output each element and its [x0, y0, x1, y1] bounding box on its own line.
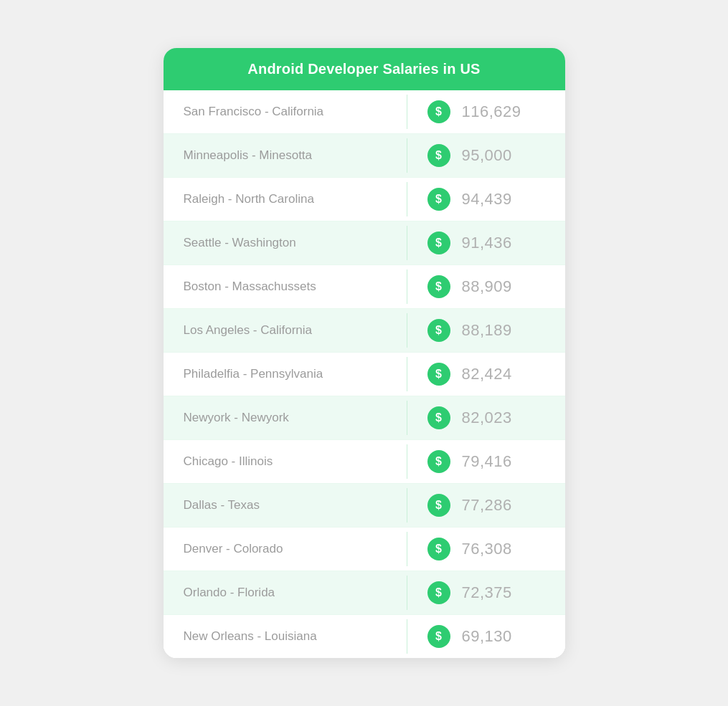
dollar-icon: $	[427, 363, 450, 386]
city-cell: Raleigh - North Carolina	[164, 182, 407, 216]
table-row: Seattle - Washington$91,436	[164, 221, 565, 265]
salary-card: Android Developer Salaries in US San Fra…	[164, 48, 565, 658]
table-row: Minneapolis - Minesotta$95,000	[164, 134, 565, 178]
salary-cell: $94,439	[407, 178, 565, 221]
salary-cell: $88,909	[407, 265, 565, 308]
dollar-icon: $	[427, 406, 450, 429]
table-row: Los Angeles - California$88,189	[164, 309, 565, 353]
card-title: Android Developer Salaries in US	[247, 61, 480, 77]
salary-value: 88,909	[462, 277, 512, 296]
salary-cell: $69,130	[407, 615, 565, 658]
dollar-icon: $	[427, 100, 450, 123]
salary-value: 79,416	[462, 452, 512, 471]
table-row: Newyork - Newyork$82,023	[164, 396, 565, 440]
city-cell: Dallas - Texas	[164, 488, 407, 523]
dollar-icon: $	[427, 188, 450, 211]
dollar-icon: $	[427, 319, 450, 342]
salary-value: 95,000	[462, 146, 512, 165]
city-cell: San Francisco - California	[164, 95, 407, 129]
dollar-icon: $	[427, 144, 450, 167]
salary-cell: $95,000	[407, 134, 565, 177]
salary-cell: $116,629	[407, 90, 565, 133]
dollar-icon: $	[427, 581, 450, 604]
dollar-icon: $	[427, 450, 450, 473]
dollar-icon: $	[427, 275, 450, 298]
table-row: Chicago - Illinois$79,416	[164, 440, 565, 484]
salary-cell: $77,286	[407, 484, 565, 527]
city-cell: Philadelfia - Pennsylvania	[164, 357, 407, 391]
city-cell: Los Angeles - California	[164, 313, 407, 348]
salary-value: 82,424	[462, 365, 512, 383]
dollar-icon: $	[427, 625, 450, 648]
salary-value: 76,308	[462, 540, 512, 558]
city-cell: New Orleans - Louisiana	[164, 619, 407, 654]
table-row: Orlando - Florida$72,375	[164, 571, 565, 615]
table-row: Dallas - Texas$77,286	[164, 484, 565, 528]
table-row: Philadelfia - Pennsylvania$82,424	[164, 353, 565, 396]
table-row: Boston - Massachussets$88,909	[164, 265, 565, 309]
salary-value: 88,189	[462, 321, 512, 340]
salary-value: 77,286	[462, 496, 512, 515]
table-row: New Orleans - Louisiana$69,130	[164, 615, 565, 658]
salary-cell: $88,189	[407, 309, 565, 352]
salary-value: 69,130	[462, 627, 512, 646]
salary-value: 116,629	[462, 102, 521, 121]
dollar-icon: $	[427, 232, 450, 254]
salary-cell: $72,375	[407, 571, 565, 614]
city-cell: Boston - Massachussets	[164, 269, 407, 304]
city-cell: Denver - Colorado	[164, 532, 407, 566]
table-row: Raleigh - North Carolina$94,439	[164, 178, 565, 221]
salary-value: 94,439	[462, 190, 512, 209]
salary-cell: $82,023	[407, 396, 565, 439]
salary-cell: $76,308	[407, 528, 565, 571]
city-cell: Orlando - Florida	[164, 576, 407, 610]
table-row: Denver - Colorado$76,308	[164, 528, 565, 571]
table-row: San Francisco - California$116,629	[164, 90, 565, 134]
dollar-icon: $	[427, 494, 450, 517]
card-header: Android Developer Salaries in US	[164, 48, 565, 90]
salary-cell: $91,436	[407, 221, 565, 264]
salary-table: San Francisco - California$116,629Minnea…	[164, 90, 565, 658]
city-cell: Newyork - Newyork	[164, 401, 407, 435]
salary-cell: $79,416	[407, 440, 565, 483]
salary-value: 72,375	[462, 583, 512, 602]
city-cell: Chicago - Illinois	[164, 444, 407, 479]
dollar-icon: $	[427, 538, 450, 560]
city-cell: Minneapolis - Minesotta	[164, 138, 407, 173]
salary-value: 91,436	[462, 234, 512, 252]
salary-cell: $82,424	[407, 353, 565, 396]
salary-value: 82,023	[462, 409, 512, 427]
city-cell: Seattle - Washington	[164, 226, 407, 260]
